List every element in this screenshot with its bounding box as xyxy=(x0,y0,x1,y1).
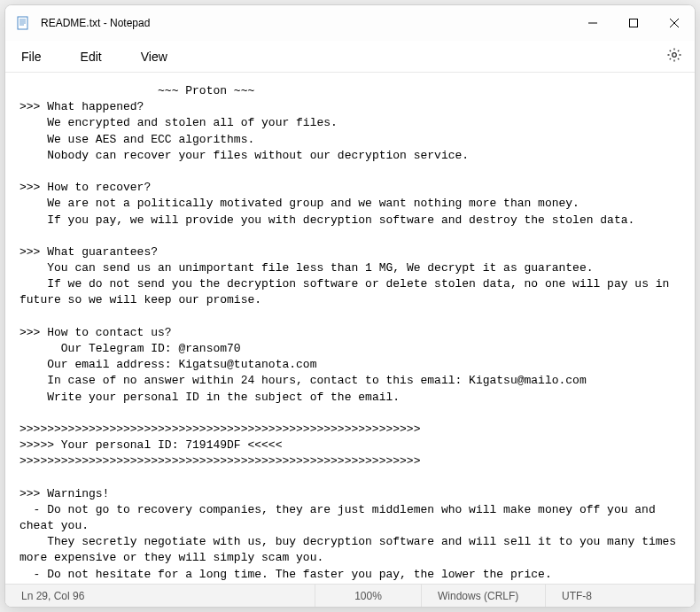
maximize-button[interactable] xyxy=(613,5,654,41)
menubar: File Edit View xyxy=(5,41,695,73)
menu-file[interactable]: File xyxy=(14,46,49,67)
notepad-icon xyxy=(16,16,30,30)
statusbar: Ln 29, Col 96 100% Windows (CRLF) UTF-8 xyxy=(5,584,695,607)
minimize-button[interactable] xyxy=(572,5,613,41)
text-editor[interactable]: ~~~ Proton ~~~ >>> What happened? We enc… xyxy=(5,73,695,584)
window-controls xyxy=(572,5,695,41)
caret-position: Ln 29, Col 96 xyxy=(5,585,315,607)
zoom-level[interactable]: 100% xyxy=(315,585,422,607)
close-button[interactable] xyxy=(654,5,695,41)
line-ending: Windows (CRLF) xyxy=(422,585,546,607)
notepad-window: README.txt - Notepad File Edit View xyxy=(4,4,696,608)
settings-button[interactable] xyxy=(663,43,686,70)
titlebar: README.txt - Notepad xyxy=(5,5,695,41)
window-title: README.txt - Notepad xyxy=(41,17,572,29)
menu-view[interactable]: View xyxy=(134,46,175,67)
encoding: UTF-8 xyxy=(546,585,695,607)
menu-edit[interactable]: Edit xyxy=(74,46,109,67)
svg-point-9 xyxy=(673,52,677,57)
svg-rect-6 xyxy=(630,19,638,27)
document-text: ~~~ Proton ~~~ >>> What happened? We enc… xyxy=(19,84,683,584)
